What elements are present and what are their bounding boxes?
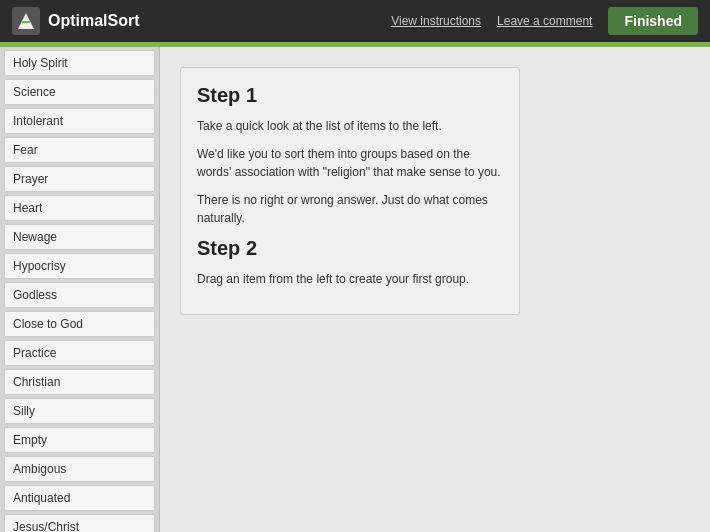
logo-area: OptimalSort [12,7,140,35]
logo-icon [12,7,40,35]
list-item[interactable]: Jesus/Christ [4,514,155,532]
header: OptimalSort View instructions Leave a co… [0,0,710,42]
list-item[interactable]: Practice [4,340,155,366]
step2-heading: Step 2 [197,237,503,260]
step1-heading: Step 1 [197,84,503,107]
list-item[interactable]: Newage [4,224,155,250]
step1-para1: Take a quick look at the list of items t… [197,117,503,135]
list-item[interactable]: Antiquated [4,485,155,511]
instructions-box: Step 1 Take a quick look at the list of … [180,67,520,315]
list-item[interactable]: Hypocrisy [4,253,155,279]
header-links: View instructions Leave a comment Finish… [391,7,698,35]
list-item[interactable]: Close to God [4,311,155,337]
items-panel: Holy SpiritScienceIntolerantFearPrayerHe… [0,47,160,532]
list-item[interactable]: Science [4,79,155,105]
items-list[interactable]: Holy SpiritScienceIntolerantFearPrayerHe… [0,47,159,532]
step2-para1: Drag an item from the left to create you… [197,270,503,288]
finished-button[interactable]: Finished [608,7,698,35]
right-panel: Step 1 Take a quick look at the list of … [160,47,710,532]
list-item[interactable]: Heart [4,195,155,221]
view-instructions-link[interactable]: View instructions [391,14,481,28]
list-item[interactable]: Holy Spirit [4,50,155,76]
list-item[interactable]: Godless [4,282,155,308]
step1-para2: We'd like you to sort them into groups b… [197,145,503,181]
list-item[interactable]: Ambigous [4,456,155,482]
list-item[interactable]: Silly [4,398,155,424]
list-item[interactable]: Christian [4,369,155,395]
list-item[interactable]: Fear [4,137,155,163]
main-content: Holy SpiritScienceIntolerantFearPrayerHe… [0,47,710,532]
step1-para3: There is no right or wrong answer. Just … [197,191,503,227]
app-title: OptimalSort [48,12,140,30]
list-item[interactable]: Prayer [4,166,155,192]
leave-comment-link[interactable]: Leave a comment [497,14,592,28]
svg-rect-2 [22,21,30,23]
list-item[interactable]: Intolerant [4,108,155,134]
list-item[interactable]: Empty [4,427,155,453]
